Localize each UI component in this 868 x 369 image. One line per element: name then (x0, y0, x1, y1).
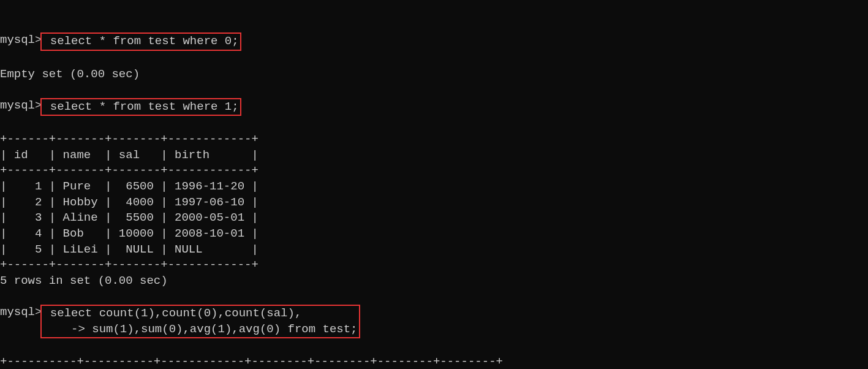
table-row: | 4 | Bob | 10000 | 2008-10-01 | (0, 227, 259, 240)
mysql-prompt: mysql> (0, 32, 42, 48)
terminal-output: mysql> select * from test where 0; Empty… (0, 32, 868, 369)
query-1-highlight: select * from test where 0; (40, 32, 241, 51)
table-row: | 1 | Pure | 6500 | 1996-11-20 | (0, 180, 259, 193)
mysql-prompt: mysql> (0, 98, 42, 114)
table-row: | 2 | Hobby | 4000 | 1997-06-10 | (0, 196, 259, 209)
table-border: +------+-------+-------+------------+ (0, 164, 259, 177)
table-border: +----------+----------+------------+----… (0, 355, 503, 368)
query-3-highlight: select count(1),count(0),count(sal), -> … (40, 305, 360, 338)
mysql-prompt: mysql> (0, 305, 42, 321)
table-row: | 3 | Aline | 5500 | 2000-05-01 | (0, 211, 259, 224)
table-row: | 5 | LiLei | NULL | NULL | (0, 243, 259, 256)
query-2-sql[interactable]: select * from test where 1; (43, 100, 238, 113)
query-1-sql[interactable]: select * from test where 0; (43, 34, 238, 48)
query-3-sql-line2[interactable]: sum(1),sum(0),avg(1),avg(0) from test; (85, 322, 358, 336)
table-border: +------+-------+-------+------------+ (0, 132, 259, 146)
query-1-result: Empty set (0.00 sec) (0, 67, 140, 81)
query-2-result: 5 rows in set (0.00 sec) (0, 274, 168, 287)
query-2-highlight: select * from test where 1; (40, 98, 241, 116)
mysql-cont-prompt: -> (43, 322, 85, 336)
query-3-sql-line1[interactable]: select count(1),count(0),count(sal), (43, 306, 301, 320)
table-header: | id | name | sal | birth | (0, 148, 259, 162)
table-border: +------+-------+-------+------------+ (0, 258, 259, 272)
